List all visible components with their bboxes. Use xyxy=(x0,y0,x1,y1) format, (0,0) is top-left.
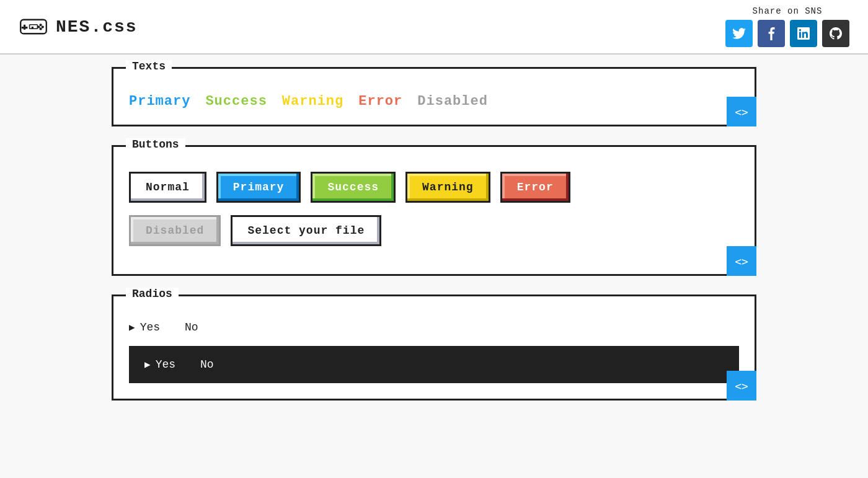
radio-no-dark-label: No xyxy=(200,358,214,371)
radios-section-title: Radios xyxy=(126,288,179,300)
buttons-section-title: Buttons xyxy=(126,138,185,151)
github-button[interactable] xyxy=(822,20,849,47)
buttons-section-body: Normal Primary Success Warning Error Dis… xyxy=(113,153,755,274)
linkedin-button[interactable] xyxy=(790,20,817,47)
select-file-button[interactable]: Select your file xyxy=(231,215,381,246)
share-label: Share on SNS xyxy=(753,6,823,16)
disabled-button: Disabled xyxy=(129,215,221,246)
text-primary: Primary xyxy=(129,94,190,109)
radio-no-light[interactable]: No xyxy=(185,321,198,334)
social-icons xyxy=(725,20,849,47)
buttons-code-button[interactable]: <> xyxy=(727,246,756,276)
logo-text: NES.css xyxy=(56,17,138,37)
text-error: Error xyxy=(358,94,402,109)
text-success: Success xyxy=(205,94,267,109)
twitter-icon xyxy=(732,28,746,39)
radio-yes-light[interactable]: ▶ Yes xyxy=(129,321,160,334)
buttons-row-1: Normal Primary Success Warning Error xyxy=(129,172,739,203)
radios-light-row: ▶ Yes No xyxy=(129,321,739,334)
success-button[interactable]: Success xyxy=(311,172,396,203)
facebook-icon xyxy=(768,27,775,40)
warning-button[interactable]: Warning xyxy=(405,172,490,203)
primary-button[interactable]: Primary xyxy=(216,172,301,203)
radios-section: Radios ▶ Yes No ▶ Yes No xyxy=(112,294,756,401)
svg-rect-8 xyxy=(32,27,33,29)
svg-rect-5 xyxy=(40,24,42,26)
svg-rect-4 xyxy=(42,25,44,28)
radio-no-dark[interactable]: No xyxy=(200,358,214,371)
radio-yes-light-label: Yes xyxy=(140,321,160,334)
error-button[interactable]: Error xyxy=(500,172,570,203)
share-area: Share on SNS xyxy=(725,6,849,47)
radio-yes-light-marker: ▶ xyxy=(129,321,135,334)
linkedin-icon xyxy=(797,27,810,40)
buttons-row-2: Disabled Select your file xyxy=(129,215,739,246)
svg-rect-6 xyxy=(40,28,42,30)
normal-button[interactable]: Normal xyxy=(129,172,206,203)
texts-section-body: Primary Success Warning Error Disabled xyxy=(113,75,755,125)
svg-rect-2 xyxy=(22,27,28,29)
radios-section-body: ▶ Yes No ▶ Yes No xyxy=(113,303,755,399)
facebook-button[interactable] xyxy=(758,20,785,47)
radio-no-light-label: No xyxy=(185,321,198,334)
text-warning: Warning xyxy=(282,94,343,109)
header: NES.css Share on SNS xyxy=(0,0,868,55)
radios-dark-row: ▶ Yes No xyxy=(129,346,739,383)
github-icon xyxy=(830,27,842,40)
radio-yes-dark[interactable]: ▶ Yes xyxy=(144,358,175,371)
main-content: Texts Primary Success Warning Error Disa… xyxy=(93,55,775,432)
radios-code-button[interactable]: <> xyxy=(727,371,756,401)
buttons-section: Buttons Normal Primary Success Warning E… xyxy=(112,145,756,276)
radio-yes-dark-label: Yes xyxy=(156,358,175,371)
radio-yes-dark-marker: ▶ xyxy=(144,358,151,371)
text-disabled: Disabled xyxy=(417,94,488,109)
texts-code-button[interactable]: <> xyxy=(727,97,756,126)
texts-section-title: Texts xyxy=(126,60,172,73)
texts-section: Texts Primary Success Warning Error Disa… xyxy=(112,67,756,126)
twitter-button[interactable] xyxy=(725,20,753,47)
controller-icon xyxy=(19,15,48,38)
logo-area: NES.css xyxy=(19,15,138,38)
texts-row: Primary Success Warning Error Disabled xyxy=(129,94,739,109)
